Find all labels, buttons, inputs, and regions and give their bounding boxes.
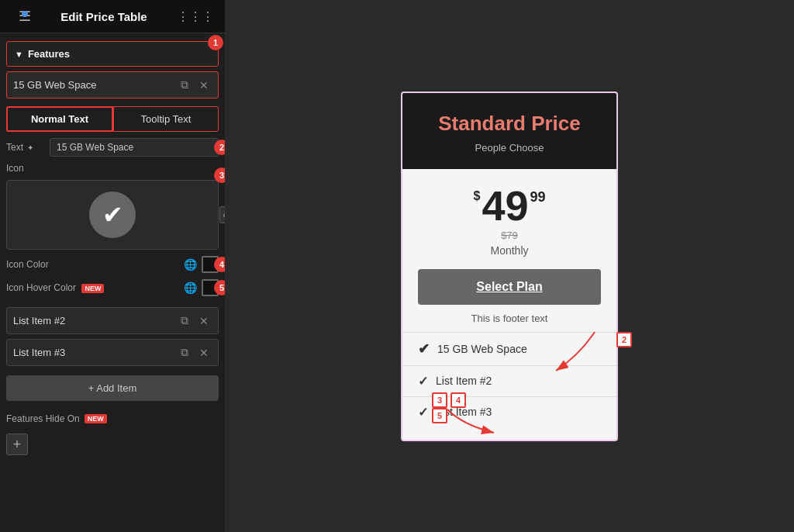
text-field-value[interactable]: 15 GB Web Space xyxy=(50,138,219,157)
card-body: $ 49 99 $79 Monthly Select Plan This is … xyxy=(402,169,616,324)
dot-indicator xyxy=(22,11,28,17)
card-annotation-4: 4 xyxy=(451,392,466,408)
annotation-2-panel: 2 xyxy=(214,140,225,155)
features-hide-label: Features Hide On xyxy=(6,413,80,424)
feature-item-1: ✔ 15 GB Web Space xyxy=(402,332,616,365)
annotation-5-panel: 5 xyxy=(214,280,225,295)
feature-list: ✔ 15 GB Web Space ✓ List Item #2 ✓ List … xyxy=(402,332,616,440)
icon-label-row: Icon xyxy=(6,163,219,174)
features-hide-new-badge: NEW xyxy=(85,414,107,423)
feature-text-1: 15 GB Web Space xyxy=(437,343,527,355)
card-annotation-2: 2 xyxy=(616,332,632,347)
tab-tooltip[interactable]: Tooltip Text xyxy=(113,106,219,132)
text-tabs: Normal Text Tooltip Text xyxy=(6,106,219,132)
item-1-duplicate[interactable]: ⧉ xyxy=(178,77,192,93)
icon-preview[interactable]: ✔ ‹ xyxy=(6,180,219,250)
features-hide-row: Features Hide On NEW xyxy=(6,410,219,427)
item-3-row[interactable]: List Item #3 ⧉ ✕ xyxy=(6,339,219,366)
card-header: Standard Price People Choose xyxy=(402,93,616,169)
card-annotation-3: 3 xyxy=(432,392,447,408)
price-area: $ 49 99 xyxy=(418,185,601,226)
feature-item-2: ✓ List Item #2 xyxy=(402,365,616,396)
feature-text-2: List Item #2 xyxy=(436,375,492,387)
annotation-1: 1 xyxy=(208,35,223,50)
item-2-label: List Item #2 xyxy=(13,315,173,326)
item-3-duplicate[interactable]: ⧉ xyxy=(178,344,192,361)
item-2-remove[interactable]: ✕ xyxy=(196,313,212,329)
item-1-remove[interactable]: ✕ xyxy=(196,78,212,93)
price-main: 49 xyxy=(482,185,528,226)
grid-icon[interactable]: ⋮⋮⋮ xyxy=(177,9,214,24)
item-1-label: 15 GB Web Space xyxy=(13,79,173,91)
checkmark-icon: ✔ xyxy=(102,200,123,230)
card-title: Standard Price xyxy=(418,112,601,136)
right-panel: Standard Price People Choose $ 49 99 $79… xyxy=(225,0,794,532)
plus-button[interactable]: + xyxy=(6,434,28,455)
icon-color-row: Icon Color 🌐 4 xyxy=(6,256,219,273)
item-3-remove[interactable]: ✕ xyxy=(196,345,212,361)
annotation-3-panel: 3 xyxy=(214,168,225,183)
text-field-label: Text ✦ xyxy=(6,142,45,153)
price-original: $79 xyxy=(418,230,601,241)
left-panel: ☰ Edit Price Table ⋮⋮⋮ ▼ Features 1 15 G… xyxy=(0,0,225,532)
add-item-button[interactable]: + Add Item xyxy=(6,375,219,401)
panel-title: Edit Price Table xyxy=(60,10,147,23)
card-subtitle: People Choose xyxy=(418,142,601,154)
panel-header: ☰ Edit Price Table ⋮⋮⋮ xyxy=(0,0,225,33)
price-cents: 99 xyxy=(530,189,545,206)
item-3-label: List Item #3 xyxy=(13,347,173,358)
icon-label: Icon xyxy=(6,163,45,174)
icon-hover-color-row: Icon Hover Color NEW 🌐 5 xyxy=(6,279,219,296)
item-2-row[interactable]: List Item #2 ⧉ ✕ xyxy=(6,307,219,334)
annotation-4-panel: 4 xyxy=(214,257,225,272)
text-field-row: Text ✦ 15 GB Web Space 2 xyxy=(6,138,219,157)
footer-text: This is footer text xyxy=(418,313,601,324)
card-container: Standard Price People Choose $ 49 99 $79… xyxy=(401,92,618,441)
item-1-row[interactable]: 15 GB Web Space ⧉ ✕ xyxy=(6,71,219,98)
card-annotation-5: 5 xyxy=(432,408,447,423)
select-plan-button[interactable]: Select Plan xyxy=(418,269,601,305)
item-2-duplicate[interactable]: ⧉ xyxy=(178,313,192,329)
tab-normal[interactable]: Normal Text xyxy=(6,106,113,132)
icon-hover-label: Icon Hover Color NEW xyxy=(6,282,179,293)
feature-check-2: ✓ xyxy=(418,374,428,389)
globe-icon-color[interactable]: 🌐 xyxy=(184,258,197,271)
icon-checkmark-circle: ✔ xyxy=(89,192,136,238)
features-label: ▼ Features xyxy=(15,48,70,60)
features-section[interactable]: ▼ Features xyxy=(6,41,219,67)
price-period: Monthly xyxy=(418,244,601,257)
price-card: Standard Price People Choose $ 49 99 $79… xyxy=(401,92,618,441)
icon-color-label: Icon Color xyxy=(6,259,179,270)
collapse-panel-btn[interactable]: ‹ xyxy=(219,206,225,223)
new-badge: NEW xyxy=(81,284,104,293)
feature-check-3: ✓ xyxy=(418,405,428,420)
feature-check-1: ✔ xyxy=(418,340,430,358)
price-dollar: $ xyxy=(473,189,480,203)
globe-icon-hover[interactable]: 🌐 xyxy=(184,282,197,294)
